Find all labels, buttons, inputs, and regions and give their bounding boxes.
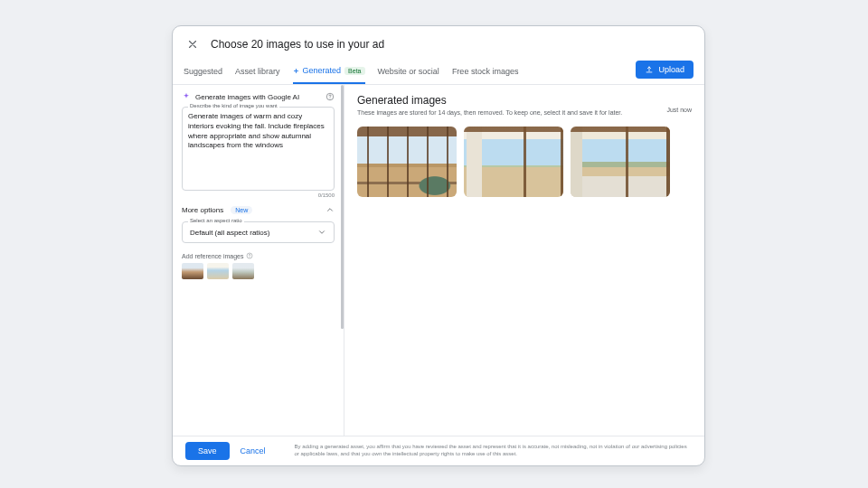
disclaimer-text: By adding a generated asset, you affirm … — [295, 444, 692, 458]
char-counter: 0/1500 — [182, 192, 335, 198]
help-icon[interactable] — [246, 252, 253, 259]
tab-row: Suggested Asset library Generated Beta W… — [173, 59, 704, 85]
more-options-label: More options — [182, 206, 223, 214]
tab-generated-label: Generated — [303, 66, 342, 75]
beta-badge: Beta — [344, 67, 364, 75]
plus-icon — [293, 68, 299, 74]
results-title: Generated images — [357, 94, 622, 107]
aspect-value: Default (all aspect ratios) — [190, 229, 269, 237]
sparkle-icon — [182, 92, 191, 101]
tab-website-social[interactable]: Website or social — [378, 59, 439, 84]
reference-thumb[interactable] — [207, 263, 229, 279]
prompt-label: Describe the kind of image you want — [188, 103, 279, 108]
prompt-input[interactable] — [188, 112, 328, 183]
modal-footer: Save Cancel By adding a generated asset,… — [173, 436, 704, 465]
chevron-down-icon — [317, 228, 326, 237]
upload-label: Upload — [658, 65, 684, 74]
results-timestamp: Just now — [666, 107, 692, 113]
cancel-button[interactable]: Cancel — [241, 446, 266, 455]
upload-button[interactable]: Upload — [636, 61, 693, 79]
close-icon[interactable] — [184, 35, 202, 53]
generated-image[interactable] — [571, 127, 670, 197]
aspect-label: Select an aspect ratio — [188, 218, 244, 223]
reference-images-label: Add reference images — [182, 252, 335, 259]
reference-images-row — [182, 263, 335, 279]
reference-thumb[interactable] — [232, 263, 254, 279]
results-panel: Generated images These images are stored… — [344, 85, 704, 436]
save-button[interactable]: Save — [185, 442, 230, 460]
generation-panel: Generate images with Google AI Describe … — [173, 85, 344, 436]
upload-icon — [645, 65, 654, 74]
aspect-ratio-select[interactable]: Select an aspect ratio Default (all aspe… — [182, 221, 335, 243]
tab-free-stock[interactable]: Free stock images — [452, 59, 519, 84]
tab-generated[interactable]: Generated Beta — [293, 59, 365, 84]
results-subtitle: These images are stored for 14 days, the… — [357, 109, 622, 116]
generated-gallery — [357, 127, 692, 197]
more-options-toggle[interactable]: More options New — [182, 205, 335, 214]
tab-asset-library[interactable]: Asset library — [235, 59, 280, 84]
modal-header: Choose 20 images to use in your ad — [173, 26, 704, 59]
chevron-up-icon — [326, 205, 335, 214]
modal-title: Choose 20 images to use in your ad — [211, 38, 384, 51]
new-pill: New — [231, 206, 252, 214]
generated-image[interactable] — [464, 127, 563, 197]
generate-heading: Generate images with Google AI — [195, 93, 299, 101]
tab-suggested[interactable]: Suggested — [184, 59, 222, 84]
modal-body: Generate images with Google AI Describe … — [173, 85, 704, 436]
reference-thumb[interactable] — [182, 263, 203, 279]
prompt-field: Describe the kind of image you want — [182, 107, 335, 191]
image-picker-modal: Choose 20 images to use in your ad Sugge… — [172, 25, 705, 466]
help-icon[interactable] — [326, 92, 335, 101]
scrollbar[interactable] — [341, 85, 344, 329]
generated-image[interactable] — [357, 127, 457, 197]
